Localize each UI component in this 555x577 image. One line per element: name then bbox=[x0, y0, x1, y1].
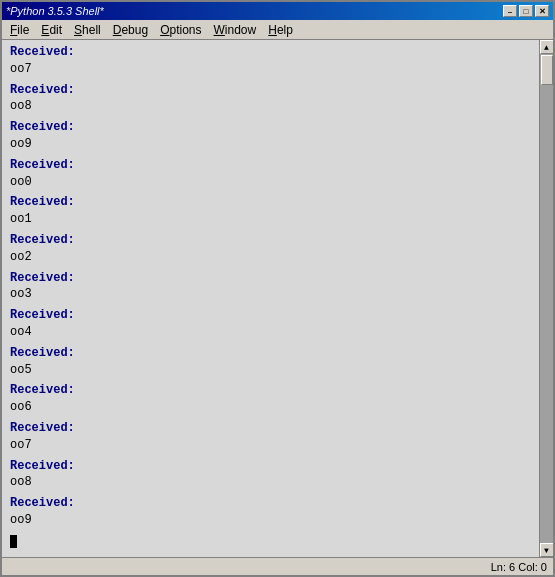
terminal-output[interactable]: Received:oo7Received:oo8Received:oo9Rece… bbox=[2, 40, 539, 557]
terminal-received-label: Received: bbox=[10, 44, 531, 61]
terminal-cursor-line bbox=[10, 533, 531, 550]
terminal-received-value: oo2 bbox=[10, 249, 531, 266]
window-title: *Python 3.5.3 Shell* bbox=[6, 5, 104, 17]
content-area: Received:oo7Received:oo8Received:oo9Rece… bbox=[2, 40, 553, 557]
terminal-received-label: Received: bbox=[10, 307, 531, 324]
menu-debug[interactable]: Debug bbox=[107, 21, 154, 39]
terminal-received-label: Received: bbox=[10, 194, 531, 211]
terminal-received-label: Received: bbox=[10, 82, 531, 99]
terminal-received-value: oo1 bbox=[10, 211, 531, 228]
terminal-received-value: oo9 bbox=[10, 512, 531, 529]
terminal-received-label: Received: bbox=[10, 420, 531, 437]
terminal-received-value: oo8 bbox=[10, 474, 531, 491]
title-bar: *Python 3.5.3 Shell* – □ ✕ bbox=[2, 2, 553, 20]
terminal-received-value: oo7 bbox=[10, 61, 531, 78]
terminal-cursor bbox=[10, 535, 17, 548]
menu-edit[interactable]: Edit bbox=[35, 21, 68, 39]
main-window: *Python 3.5.3 Shell* – □ ✕ File Edit She… bbox=[0, 0, 555, 577]
terminal-received-label: Received: bbox=[10, 382, 531, 399]
terminal-received-value: oo6 bbox=[10, 399, 531, 416]
scroll-down-button[interactable]: ▼ bbox=[540, 543, 554, 557]
terminal-received-label: Received: bbox=[10, 495, 531, 512]
terminal-received-value: oo7 bbox=[10, 437, 531, 454]
scroll-thumb[interactable] bbox=[541, 55, 553, 85]
terminal-received-label: Received: bbox=[10, 232, 531, 249]
terminal-received-label: Received: bbox=[10, 157, 531, 174]
window-controls: – □ ✕ bbox=[503, 5, 549, 17]
status-bar: Ln: 6 Col: 0 bbox=[2, 557, 553, 575]
terminal-received-value: oo5 bbox=[10, 362, 531, 379]
menu-file[interactable]: File bbox=[4, 21, 35, 39]
status-text: Ln: 6 Col: 0 bbox=[491, 561, 547, 573]
terminal-received-label: Received: bbox=[10, 345, 531, 362]
menu-options[interactable]: Options bbox=[154, 21, 207, 39]
scrollbar[interactable]: ▲ ▼ bbox=[539, 40, 553, 557]
scroll-track bbox=[540, 54, 554, 543]
terminal-received-label: Received: bbox=[10, 119, 531, 136]
menu-help[interactable]: Help bbox=[262, 21, 299, 39]
minimize-button[interactable]: – bbox=[503, 5, 517, 17]
terminal-received-value: oo3 bbox=[10, 286, 531, 303]
scroll-up-button[interactable]: ▲ bbox=[540, 40, 554, 54]
terminal-received-value: oo8 bbox=[10, 98, 531, 115]
maximize-button[interactable]: □ bbox=[519, 5, 533, 17]
menu-bar: File Edit Shell Debug Options Window Hel… bbox=[2, 20, 553, 40]
menu-shell[interactable]: Shell bbox=[68, 21, 107, 39]
terminal-received-label: Received: bbox=[10, 458, 531, 475]
close-button[interactable]: ✕ bbox=[535, 5, 549, 17]
terminal-received-value: oo9 bbox=[10, 136, 531, 153]
menu-window[interactable]: Window bbox=[208, 21, 263, 39]
terminal-received-label: Received: bbox=[10, 270, 531, 287]
terminal-received-value: oo0 bbox=[10, 174, 531, 191]
terminal-received-value: oo4 bbox=[10, 324, 531, 341]
